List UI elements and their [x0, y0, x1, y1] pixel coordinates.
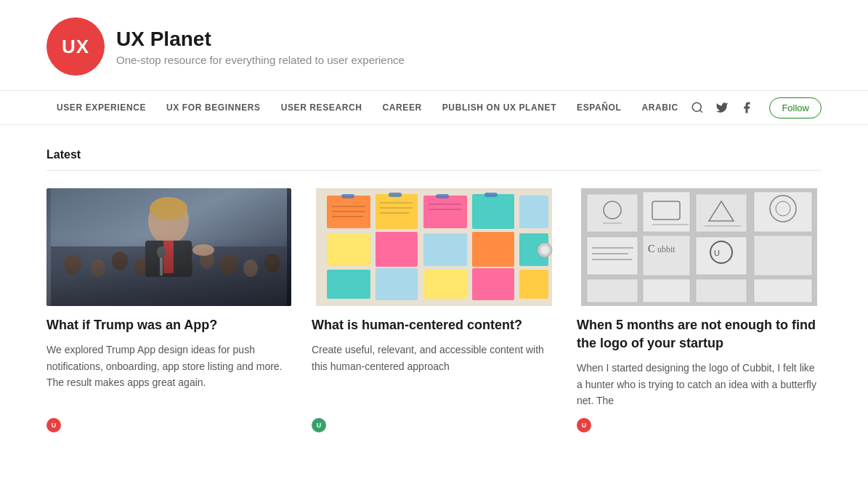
svg-point-12: [243, 259, 258, 277]
nav-espanol[interactable]: ESPAÑOL: [567, 91, 631, 124]
article-image-sticky: [312, 188, 556, 306]
nav-arabic[interactable]: ARABIC: [631, 91, 688, 124]
svg-rect-36: [423, 270, 467, 299]
author-avatar-startup-logo: U: [577, 418, 591, 432]
article-footer-startup-logo: U: [577, 418, 822, 432]
articles-grid: What if Trump was an App? We explored Tr…: [46, 188, 822, 432]
nav-career[interactable]: CAREER: [372, 91, 431, 124]
svg-rect-28: [519, 196, 548, 228]
svg-point-7: [134, 258, 149, 275]
svg-rect-30: [376, 232, 418, 267]
author-avatar-trump: U: [46, 418, 61, 432]
article-footer-trump: U: [46, 418, 291, 432]
article-excerpt-trump: We explored Trump App design ideas for p…: [46, 342, 291, 408]
section-title: Latest: [46, 148, 822, 171]
main-nav: USER EXPERIENCE UX FOR BEGINNERS USER RE…: [0, 91, 868, 125]
svg-point-9: [177, 257, 193, 275]
svg-rect-37: [472, 268, 514, 300]
svg-rect-29: [327, 233, 370, 266]
article-footer-human-centered: U: [312, 418, 556, 432]
article-image-sketches: C ubbit U: [577, 188, 822, 306]
svg-point-52: [540, 246, 549, 254]
svg-rect-26: [423, 196, 467, 228]
svg-rect-25: [376, 194, 418, 229]
svg-rect-34: [327, 270, 370, 299]
article-excerpt-human-centered: Create useful, relevant, and accessible …: [312, 342, 556, 408]
site-name: UX Planet: [116, 27, 405, 52]
svg-point-13: [264, 254, 280, 273]
svg-rect-32: [472, 232, 514, 267]
article-card-trump[interactable]: What if Trump was an App? We explored Tr…: [46, 188, 291, 432]
site-title-block: UX Planet One-stop resource for everythi…: [116, 27, 405, 67]
svg-rect-21: [51, 188, 287, 306]
svg-rect-16: [163, 241, 174, 273]
article-title-startup-logo: When 5 months are not enough to find the…: [577, 316, 822, 353]
svg-rect-19: [160, 254, 163, 275]
logo-container: UX UX Planet One-stop resource for every…: [46, 17, 405, 76]
svg-point-5: [91, 259, 105, 277]
svg-point-0: [693, 102, 702, 111]
svg-rect-38: [519, 270, 548, 299]
article-excerpt-startup-logo: When I started designing the logo of Cub…: [577, 360, 822, 408]
svg-point-4: [64, 254, 81, 275]
facebook-icon[interactable]: [739, 100, 755, 116]
svg-point-11: [220, 254, 238, 275]
site-tagline: One-stop resource for everything related…: [116, 54, 405, 66]
site-header: UX UX Planet One-stop resource for every…: [0, 0, 868, 91]
svg-line-1: [700, 110, 702, 112]
nav-publish[interactable]: PUBLISH ON UX PLANET: [432, 91, 567, 124]
svg-point-10: [200, 251, 214, 269]
svg-rect-82: [581, 188, 817, 306]
twitter-icon[interactable]: [714, 100, 730, 116]
nav-user-research[interactable]: USER RESEARCH: [271, 91, 373, 124]
svg-rect-15: [145, 241, 192, 277]
follow-button[interactable]: Follow: [769, 97, 822, 118]
nav-icons: Follow: [689, 97, 822, 118]
svg-point-8: [157, 254, 170, 270]
svg-rect-50: [484, 193, 498, 197]
article-image-trump: [46, 188, 291, 306]
svg-rect-31: [423, 233, 467, 266]
svg-rect-48: [389, 193, 402, 197]
author-avatar-human-centered: U: [312, 418, 326, 432]
svg-rect-49: [436, 194, 449, 198]
site-logo[interactable]: UX: [46, 17, 105, 76]
svg-point-6: [112, 251, 128, 270]
nav-ux-for-beginners[interactable]: UX FOR BEGINNERS: [156, 91, 271, 124]
article-title-trump: What if Trump was an App?: [46, 316, 291, 334]
nav-user-experience[interactable]: USER EXPERIENCE: [46, 91, 156, 124]
article-card-human-centered[interactable]: What is human-centered content? Create u…: [312, 188, 556, 432]
svg-point-20: [157, 246, 166, 258]
main-content: Latest: [0, 125, 868, 456]
svg-rect-35: [376, 268, 418, 300]
logo-initials: UX: [62, 36, 89, 58]
svg-rect-47: [341, 194, 354, 198]
article-title-human-centered: What is human-centered content?: [312, 316, 556, 334]
svg-point-18: [192, 244, 214, 256]
article-card-startup-logo[interactable]: C ubbit U When 5 months are not enough t…: [577, 188, 822, 432]
svg-rect-27: [472, 194, 514, 229]
search-icon[interactable]: [689, 100, 705, 116]
svg-rect-3: [51, 246, 287, 306]
